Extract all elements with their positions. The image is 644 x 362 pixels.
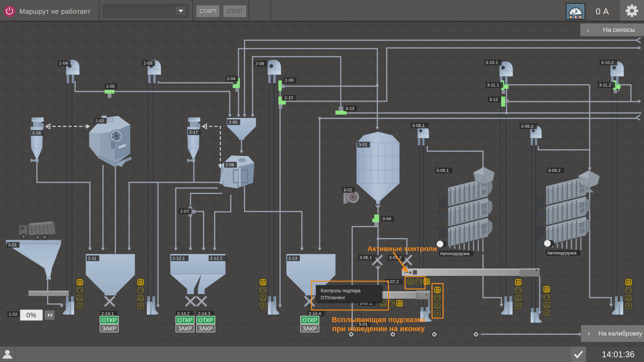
svg-text:2-05: 2-05 bbox=[229, 120, 237, 125]
svg-text:2-06: 2-06 bbox=[225, 162, 234, 167]
svg-text:3-13: 3-13 bbox=[345, 106, 354, 111]
svg-text:3-02: 3-02 bbox=[343, 187, 352, 192]
svg-text:На калибровку: На калибровку bbox=[598, 330, 642, 337]
svg-text:1-04: 1-04 bbox=[59, 61, 68, 66]
svg-text:2-10: 2-10 bbox=[284, 95, 293, 100]
svg-text:2-12.1: 2-12.1 bbox=[172, 256, 185, 261]
svg-text:2-13: 2-13 bbox=[288, 256, 297, 261]
svg-text:3-10.2: 3-10.2 bbox=[601, 60, 613, 65]
svg-text:3-04: 3-04 bbox=[382, 216, 391, 221]
svg-text:3-05.1: 3-05.1 bbox=[360, 255, 372, 260]
svg-text:›: › bbox=[588, 329, 590, 338]
svg-text:3-11.1: 3-11.1 bbox=[487, 82, 499, 87]
svg-text:1-02: 1-02 bbox=[9, 312, 17, 317]
svg-text:3-08.2: 3-08.2 bbox=[521, 124, 533, 129]
svg-text:2-04: 2-04 bbox=[227, 76, 235, 81]
svg-text:0%: 0% bbox=[26, 311, 36, 319]
svg-text:Маршрут не работает: Маршрут не работает bbox=[19, 8, 91, 15]
svg-text:1-05: 1-05 bbox=[106, 84, 115, 89]
svg-text:2-16: 2-16 bbox=[32, 130, 41, 135]
svg-text:Автоподгрузка: Автоподгрузка bbox=[440, 251, 470, 256]
svg-text:Активные контроли: Активные контроли bbox=[367, 245, 437, 252]
svg-text:2-08: 2-08 bbox=[255, 61, 264, 66]
svg-text:На силосы: На силосы bbox=[603, 26, 635, 33]
svg-text:2-11: 2-11 bbox=[88, 256, 96, 261]
svg-text:Автоподгрузка: Автоподгрузка bbox=[547, 250, 577, 255]
svg-text:2-03: 2-03 bbox=[144, 61, 152, 66]
svg-text:2-14.4: 2-14.4 bbox=[309, 311, 321, 316]
svg-text:2-17: 2-17 bbox=[189, 130, 198, 135]
svg-text:Всплывающая подсказка: Всплывающая подсказка bbox=[332, 315, 425, 324]
svg-text:2-14.2: 2-14.2 bbox=[177, 311, 190, 316]
svg-text:3-08.1: 3-08.1 bbox=[412, 123, 425, 128]
svg-text:3-10.1: 3-10.1 bbox=[486, 60, 498, 65]
svg-text:3-09.1: 3-09.1 bbox=[436, 168, 449, 173]
svg-text:2-07: 2-07 bbox=[180, 209, 189, 214]
svg-text:Контроль подпора: Контроль подпора bbox=[321, 288, 361, 293]
svg-text:2-14.1: 2-14.1 bbox=[101, 311, 114, 316]
svg-text:A: A bbox=[575, 9, 578, 13]
svg-text:2-02: 2-02 bbox=[95, 118, 104, 123]
svg-text:ОТКлючён!: ОТКлючён! bbox=[321, 295, 345, 300]
svg-text:›: › bbox=[587, 26, 589, 34]
svg-text:3-09.2: 3-09.2 bbox=[548, 168, 560, 173]
svg-text:3-11.2: 3-11.2 bbox=[599, 82, 611, 87]
svg-text:3-01: 3-01 bbox=[359, 142, 367, 147]
svg-text:3-12: 3-12 bbox=[489, 97, 498, 102]
svg-text:2-14.3: 2-14.3 bbox=[198, 311, 210, 316]
svg-text:2-09: 2-09 bbox=[285, 78, 293, 83]
svg-text:1-01: 1-01 bbox=[8, 242, 17, 247]
svg-text:2-12.2: 2-12.2 bbox=[210, 256, 222, 261]
svg-text:СТАРТ: СТАРТ bbox=[200, 8, 217, 14]
svg-text:СТОП: СТОП bbox=[227, 8, 242, 14]
svg-text:при наведении на иконку: при наведении на иконку bbox=[332, 324, 425, 333]
svg-text:0 А: 0 А bbox=[596, 6, 609, 16]
svg-text:14:01:36: 14:01:36 bbox=[602, 350, 634, 359]
